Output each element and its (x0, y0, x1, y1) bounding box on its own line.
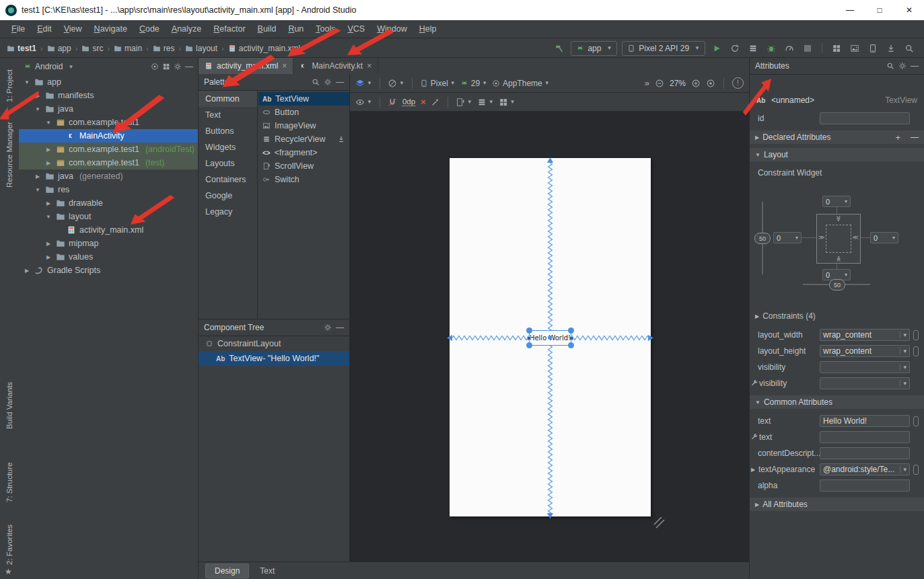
zoom-in-icon[interactable] (691, 79, 701, 88)
breadcrumb-file[interactable]: activity_main.xml (227, 44, 301, 53)
palette-item-switch[interactable]: Switch (258, 173, 349, 186)
hide-panel-icon[interactable]: — (911, 61, 919, 71)
breadcrumb-layout[interactable]: layout (184, 44, 219, 53)
category-text[interactable]: Text (199, 107, 257, 123)
tree-item-res[interactable]: ▼ res (19, 183, 198, 196)
search-icon[interactable] (886, 62, 894, 70)
palette-item-recyclerview[interactable]: RecyclerView (258, 132, 349, 146)
tool-button-favorites[interactable]: 2: Favorites (0, 518, 18, 572)
constraints-section[interactable]: ▶ Constraints (4) (750, 309, 924, 323)
design-canvas[interactable]: Hello World! (350, 112, 749, 562)
selection-handle-bottom-right[interactable] (568, 342, 574, 348)
expand-arrow-icon[interactable]: ▼ (34, 187, 42, 193)
category-layouts[interactable]: Layouts (199, 155, 257, 171)
align-select[interactable]: ▼ (477, 98, 494, 107)
debug-button[interactable] (765, 42, 778, 55)
vertical-bias-slider[interactable]: 50 (754, 233, 771, 244)
expand-arrow-icon[interactable]: ▶ (44, 147, 52, 153)
layout-section[interactable]: ▼ Layout (750, 148, 924, 161)
menu-window[interactable]: Window (371, 22, 413, 36)
margin-top-select[interactable]: 0 (822, 196, 851, 207)
margin-left-select[interactable]: 0 (773, 232, 802, 243)
tools-text-input[interactable] (820, 431, 910, 443)
palette-item-button[interactable]: Button (258, 106, 349, 119)
tree-item-app[interactable]: ▼ app (19, 75, 198, 89)
settings-gear-icon[interactable] (174, 63, 182, 71)
api-version-select[interactable]: 29 ▼ (460, 79, 487, 88)
infer-constraints-wand-icon[interactable] (431, 98, 440, 107)
design-surface-select[interactable]: ▼ (355, 79, 372, 88)
view-options-select[interactable]: ▼ (355, 98, 372, 107)
build-hammer-icon[interactable] (553, 42, 566, 55)
constraint-widget-box[interactable]: ≫ ≪ ≫ ≫ (816, 214, 861, 264)
tool-button-structure[interactable]: 7: Structure (0, 451, 18, 514)
maximize-button[interactable]: □ (865, 0, 894, 20)
menu-code[interactable]: Code (133, 22, 166, 36)
all-attributes-section[interactable]: ▶ All Attributes (750, 498, 924, 511)
expand-arrow-icon[interactable]: ▼ (44, 214, 52, 220)
tree-item-mipmap[interactable]: ▶ mipmap (19, 237, 198, 250)
expand-arrow-icon[interactable]: ▼ (23, 79, 31, 85)
tab-activity-main-xml[interactable]: activity_main.xml (199, 58, 293, 74)
component-textview[interactable]: Ab TextView- "Hello World!" (199, 351, 349, 366)
tree-item-java[interactable]: ▼ java (19, 102, 198, 116)
issues-panel-icon[interactable]: ! (732, 77, 744, 89)
expand-arrow-icon[interactable]: ▼ (34, 106, 42, 112)
tree-item-values[interactable]: ▶ values (19, 250, 198, 264)
settings-gear-icon[interactable] (324, 78, 332, 86)
palette-item-textview[interactable]: Ab TextView (258, 92, 349, 106)
add-attribute-button[interactable]: + (895, 132, 900, 143)
anchor-right[interactable] (569, 336, 573, 340)
common-attributes-section[interactable]: ▼ Common Attributes (750, 395, 924, 409)
breadcrumb-main[interactable]: main (112, 44, 143, 53)
tools-visibility-select[interactable] (820, 377, 910, 389)
default-margins-button[interactable]: 0dp (402, 98, 416, 106)
tree-item-manifests[interactable]: ▶ manifests (19, 89, 198, 102)
run-configurations-icon[interactable] (746, 42, 760, 55)
locate-file-icon[interactable] (151, 63, 159, 71)
expand-arrow-icon[interactable]: ▶ (751, 467, 755, 473)
resource-flag[interactable] (913, 465, 919, 475)
pack-select[interactable]: ▼ (499, 98, 516, 107)
resource-flag[interactable] (913, 416, 919, 426)
tree-item-layout[interactable]: ▼ layout (19, 210, 198, 223)
tree-item-package[interactable]: ▼ com.example.test1 (19, 116, 198, 129)
breadcrumb-project[interactable]: test1 (5, 44, 38, 53)
project-structure-icon[interactable] (830, 42, 843, 55)
download-icon[interactable] (337, 135, 345, 143)
expand-arrow-icon[interactable]: ▶ (44, 160, 52, 166)
menu-help[interactable]: Help (413, 22, 443, 36)
menu-build[interactable]: Build (252, 22, 283, 36)
tree-item-package-test[interactable]: ▶ com.example.test1 (test) (19, 156, 198, 169)
breadcrumb-src[interactable]: src (80, 44, 104, 53)
expand-arrow-icon[interactable]: ▶ (34, 173, 42, 180)
anchor-center[interactable] (548, 336, 552, 340)
menu-vcs[interactable]: VCS (342, 22, 371, 36)
tree-item-mainactivity[interactable]: MainActivity (19, 129, 198, 143)
orientation-select[interactable]: ▼ (388, 79, 404, 88)
component-constraintlayout[interactable]: ConstraintLayout (199, 336, 349, 351)
category-common[interactable]: Common (199, 91, 257, 107)
hide-panel-icon[interactable]: — (336, 77, 344, 87)
stop-button[interactable] (801, 42, 814, 55)
menu-edit[interactable]: Edit (31, 22, 58, 36)
layout-width-select[interactable]: wrap_content (820, 329, 910, 341)
id-input[interactable] (820, 112, 910, 124)
category-buttons[interactable]: Buttons (199, 123, 257, 139)
layout-inspector-icon[interactable] (848, 42, 861, 55)
menu-tools[interactable]: Tools (310, 22, 341, 36)
margin-right-select[interactable]: 0 (870, 232, 898, 243)
collapse-all-icon[interactable] (162, 63, 170, 71)
text-input[interactable]: Hello World! (820, 415, 910, 427)
content-description-input[interactable] (820, 447, 910, 459)
layout-height-select[interactable]: wrap_content (820, 345, 910, 357)
more-actions-icon[interactable]: » (645, 78, 649, 88)
project-view-select[interactable]: Android (35, 62, 63, 71)
expand-arrow-icon[interactable]: ▶ (44, 241, 52, 247)
menu-navigate[interactable]: Navigate (88, 22, 133, 36)
visibility-select[interactable] (820, 361, 910, 373)
selection-handle-top-left[interactable] (526, 327, 532, 334)
profiler-button[interactable] (783, 42, 796, 55)
tool-button-resource-manager[interactable]: Resource Manager (0, 117, 18, 192)
clear-constraints-icon[interactable]: × (421, 97, 426, 107)
